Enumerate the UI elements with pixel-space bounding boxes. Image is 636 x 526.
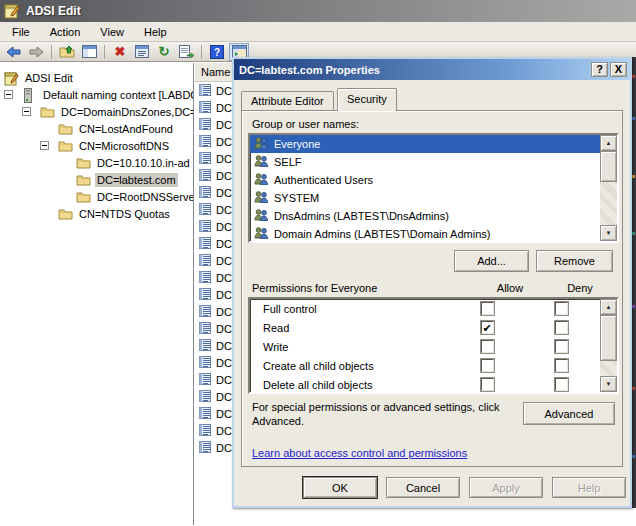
- allow-checkbox[interactable]: [481, 302, 494, 315]
- tree-item[interactable]: DC=10.10.10.in-ad: [1, 154, 193, 171]
- group-names-label: Group or user names:: [252, 118, 359, 130]
- console-tree-icon[interactable]: [79, 43, 99, 61]
- back-icon[interactable]: [4, 43, 24, 61]
- object-icon: [198, 117, 216, 133]
- server-icon: [22, 88, 38, 102]
- remove-button[interactable]: Remove: [536, 250, 613, 272]
- menu-view[interactable]: View: [90, 24, 134, 40]
- tab-security[interactable]: Security: [337, 88, 397, 111]
- object-icon: [198, 423, 216, 439]
- tree-item[interactable]: CN=NTDS Quotas: [1, 205, 193, 222]
- object-icon: [198, 134, 216, 150]
- expand-collapse-icon[interactable]: [4, 90, 13, 99]
- tree-item-label: Default naming context [LABDC: [41, 88, 193, 102]
- list-item-label: DC: [216, 442, 232, 454]
- svg-text:?: ?: [214, 47, 220, 58]
- scroll-down-icon[interactable]: ▼: [600, 376, 617, 392]
- list-item-label: DC: [216, 340, 232, 352]
- tree-item[interactable]: ADSI Edit: [1, 69, 193, 86]
- export-list-icon[interactable]: [176, 43, 196, 61]
- scrollbar-thumb[interactable]: [600, 315, 617, 361]
- tree-item-label: CN=NTDS Quotas: [77, 207, 172, 221]
- properties-icon[interactable]: [132, 43, 152, 61]
- delete-icon[interactable]: ✖: [110, 43, 130, 61]
- group-list-item[interactable]: Domain Admins (LABTEST\Domain Admins): [250, 225, 617, 243]
- tree-item[interactable]: DC=DomainDnsZones,DC=: [1, 103, 193, 120]
- add-button[interactable]: Add...: [454, 250, 529, 272]
- group-list-item[interactable]: Authenticated Users: [250, 171, 617, 189]
- list-item-label: DC: [216, 187, 232, 199]
- advanced-button[interactable]: Advanced: [523, 402, 615, 425]
- deny-checkbox[interactable]: [555, 378, 568, 391]
- dialog-titlebar[interactable]: DC=labtest.com Properties ? X: [234, 59, 630, 80]
- tree-item[interactable]: DC=labtest.com: [1, 171, 193, 188]
- deny-checkbox[interactable]: [555, 302, 568, 315]
- folder-icon: [40, 105, 56, 119]
- folder-icon: [58, 122, 74, 136]
- list-item-label: DC: [216, 374, 232, 386]
- list-item-label: DC: [216, 289, 232, 301]
- list-item-label: DC: [216, 425, 232, 437]
- tab-attribute-editor[interactable]: Attribute Editor: [241, 91, 334, 111]
- expand-collapse-icon[interactable]: [40, 141, 49, 150]
- list-item-label: DC: [216, 357, 232, 369]
- scroll-up-icon[interactable]: ▲: [600, 135, 617, 151]
- menu-action[interactable]: Action: [40, 24, 91, 40]
- scroll-down-icon[interactable]: ▼: [600, 225, 617, 241]
- user-group-icon: [254, 155, 274, 169]
- adsi-icon: [4, 71, 20, 85]
- adsi-edit-app-icon: [4, 3, 20, 19]
- group-name: SELF: [274, 156, 302, 168]
- group-list-item[interactable]: SELF: [250, 153, 617, 171]
- apply-button[interactable]: Apply: [469, 477, 543, 498]
- scroll-up-icon[interactable]: ▲: [600, 299, 617, 315]
- group-list-item[interactable]: Everyone: [250, 135, 617, 153]
- group-list-scrollbar[interactable]: ▲ ▼: [600, 135, 617, 241]
- deny-checkbox[interactable]: [555, 321, 568, 334]
- window-titlebar[interactable]: ADSI Edit: [0, 0, 636, 22]
- object-icon: [198, 202, 216, 218]
- allow-checkbox[interactable]: [481, 359, 494, 372]
- deny-checkbox[interactable]: [555, 340, 568, 353]
- help-icon[interactable]: ?: [207, 43, 227, 61]
- tree-item[interactable]: CN=MicrosoftDNS: [1, 137, 193, 154]
- allow-checkbox[interactable]: ✔: [481, 321, 494, 334]
- properties-dialog: DC=labtest.com Properties ? X Attribute …: [232, 57, 632, 508]
- object-icon: [198, 389, 216, 405]
- menu-help[interactable]: Help: [134, 24, 177, 40]
- ok-button[interactable]: OK: [303, 477, 377, 498]
- deny-checkbox[interactable]: [555, 359, 568, 372]
- tree-item-label: DC=10.10.10.in-ad: [95, 156, 192, 170]
- list-item-label: DC: [216, 221, 232, 233]
- allow-checkbox[interactable]: [481, 378, 494, 391]
- tree-item-label: ADSI Edit: [23, 71, 75, 85]
- forward-icon[interactable]: [26, 43, 46, 61]
- group-list-item[interactable]: DnsAdmins (LABTEST\DnsAdmins): [250, 207, 617, 225]
- dialog-help-icon[interactable]: ?: [591, 62, 608, 77]
- group-list-item[interactable]: SYSTEM: [250, 189, 617, 207]
- scrollbar-thumb[interactable]: [600, 151, 617, 182]
- allow-checkbox[interactable]: [481, 340, 494, 353]
- cancel-button[interactable]: Cancel: [386, 477, 460, 498]
- list-item-label: DC: [216, 170, 232, 182]
- tree-item[interactable]: CN=LostAndFound: [1, 120, 193, 137]
- folder-icon: [58, 139, 74, 153]
- list-item-label: DC: [216, 255, 232, 267]
- tree-item[interactable]: Default naming context [LABDC: [1, 86, 193, 103]
- permission-row: Delete all child objects: [250, 375, 617, 394]
- object-icon: [198, 83, 216, 99]
- expand-collapse-icon[interactable]: [22, 107, 31, 116]
- help-button[interactable]: Help: [552, 477, 626, 498]
- up-one-level-icon[interactable]: [57, 43, 77, 61]
- menu-file[interactable]: File: [2, 24, 40, 40]
- refresh-icon[interactable]: ↻: [154, 43, 174, 61]
- permissions-scrollbar[interactable]: ▲ ▼: [600, 299, 617, 392]
- permission-name: Delete all child objects: [250, 379, 452, 391]
- object-icon: [198, 406, 216, 422]
- group-names-listbox: EveryoneSELFAuthenticated UsersSYSTEMDns…: [248, 133, 619, 243]
- learn-link[interactable]: Learn about access control and permissio…: [252, 447, 467, 459]
- group-name: Everyone: [274, 138, 320, 150]
- close-icon[interactable]: X: [610, 62, 627, 77]
- tree-item-label: CN=LostAndFound: [77, 122, 175, 136]
- tree-item[interactable]: DC=RootDNSServe: [1, 188, 193, 205]
